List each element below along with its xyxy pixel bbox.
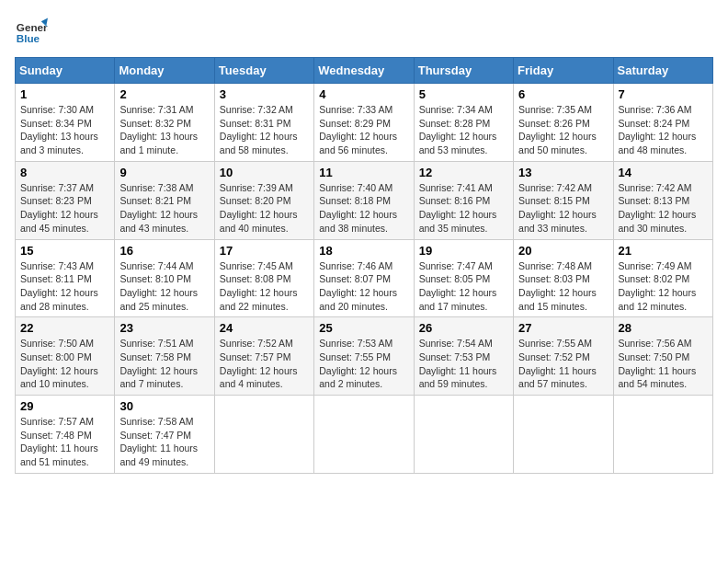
day-number: 14 [619,166,708,179]
calendar-week-row: 15 Sunrise: 7:43 AM Sunset: 8:11 PM Dayl… [16,239,713,317]
calendar-day-cell: 27 Sunrise: 7:55 AM Sunset: 7:52 PM Dayl… [514,317,613,396]
day-number: 15 [20,244,109,258]
day-number: 18 [319,244,408,258]
day-number: 13 [518,166,608,179]
day-info: Sunrise: 7:42 AM Sunset: 8:13 PM Dayligh… [619,181,708,236]
day-info: Sunrise: 7:50 AM Sunset: 8:00 PM Dayligh… [20,337,109,391]
svg-text:Blue: Blue [17,32,40,44]
day-number: 17 [220,244,309,258]
calendar-day-cell: 5 Sunrise: 7:34 AM Sunset: 8:28 PM Dayli… [414,84,513,162]
calendar-day-cell: 6 Sunrise: 7:35 AM Sunset: 8:26 PM Dayli… [514,84,613,162]
calendar-day-cell: 12 Sunrise: 7:41 AM Sunset: 8:16 PM Dayl… [414,161,513,239]
day-number: 26 [419,321,508,335]
day-number: 19 [419,244,508,258]
day-info: Sunrise: 7:56 AM Sunset: 7:50 PM Dayligh… [619,337,708,391]
day-info: Sunrise: 7:43 AM Sunset: 8:11 PM Dayligh… [20,259,109,314]
day-number: 6 [518,87,608,101]
calendar-day-cell: 28 Sunrise: 7:56 AM Sunset: 7:50 PM Dayl… [613,317,712,396]
calendar-day-cell: 8 Sunrise: 7:37 AM Sunset: 8:23 PM Dayli… [16,161,115,239]
day-number: 23 [119,321,209,335]
calendar-day-cell: 22 Sunrise: 7:50 AM Sunset: 8:00 PM Dayl… [16,317,115,396]
day-info: Sunrise: 7:40 AM Sunset: 8:18 PM Dayligh… [319,181,408,236]
calendar-week-row: 22 Sunrise: 7:50 AM Sunset: 8:00 PM Dayl… [16,317,713,396]
day-number: 28 [619,321,708,335]
day-number: 30 [119,399,209,413]
calendar-day-cell: 30 Sunrise: 7:58 AM Sunset: 7:47 PM Dayl… [115,396,214,474]
calendar-day-cell: 1 Sunrise: 7:30 AM Sunset: 8:34 PM Dayli… [16,84,115,162]
weekday-header: Monday [115,58,214,84]
day-info: Sunrise: 7:51 AM Sunset: 7:58 PM Dayligh… [119,337,209,391]
day-info: Sunrise: 7:34 AM Sunset: 8:28 PM Dayligh… [419,103,508,157]
day-info: Sunrise: 7:57 AM Sunset: 7:48 PM Dayligh… [20,415,109,469]
weekday-header: Saturday [613,58,712,84]
calendar-day-cell: 7 Sunrise: 7:36 AM Sunset: 8:24 PM Dayli… [613,84,712,162]
day-number: 12 [419,166,508,179]
day-info: Sunrise: 7:48 AM Sunset: 8:03 PM Dayligh… [518,259,608,314]
day-info: Sunrise: 7:58 AM Sunset: 7:47 PM Dayligh… [119,415,209,469]
calendar-day-cell: 19 Sunrise: 7:47 AM Sunset: 8:05 PM Dayl… [414,239,513,317]
calendar-week-row: 29 Sunrise: 7:57 AM Sunset: 7:48 PM Dayl… [16,396,713,474]
calendar-day-cell: 21 Sunrise: 7:49 AM Sunset: 8:02 PM Dayl… [613,239,712,317]
day-info: Sunrise: 7:45 AM Sunset: 8:08 PM Dayligh… [220,259,309,314]
day-info: Sunrise: 7:33 AM Sunset: 8:29 PM Dayligh… [319,103,408,157]
day-info: Sunrise: 7:30 AM Sunset: 8:34 PM Dayligh… [20,103,109,157]
calendar-week-row: 8 Sunrise: 7:37 AM Sunset: 8:23 PM Dayli… [16,161,713,239]
day-info: Sunrise: 7:37 AM Sunset: 8:23 PM Dayligh… [20,181,109,236]
day-info: Sunrise: 7:44 AM Sunset: 8:10 PM Dayligh… [119,259,209,314]
calendar-day-cell: 3 Sunrise: 7:32 AM Sunset: 8:31 PM Dayli… [214,84,313,162]
day-info: Sunrise: 7:39 AM Sunset: 8:20 PM Dayligh… [220,181,309,236]
weekday-header: Sunday [16,58,115,84]
calendar-day-cell: 23 Sunrise: 7:51 AM Sunset: 7:58 PM Dayl… [115,317,214,396]
calendar-day-cell [414,396,513,474]
day-info: Sunrise: 7:55 AM Sunset: 7:52 PM Dayligh… [518,337,608,391]
calendar-day-cell [214,396,313,474]
day-info: Sunrise: 7:42 AM Sunset: 8:15 PM Dayligh… [518,181,608,236]
calendar-day-cell: 25 Sunrise: 7:53 AM Sunset: 7:55 PM Dayl… [314,317,414,396]
calendar-day-cell [613,396,712,474]
calendar-day-cell: 2 Sunrise: 7:31 AM Sunset: 8:32 PM Dayli… [115,84,214,162]
calendar-day-cell: 13 Sunrise: 7:42 AM Sunset: 8:15 PM Dayl… [514,161,613,239]
day-number: 2 [119,87,209,101]
day-info: Sunrise: 7:41 AM Sunset: 8:16 PM Dayligh… [419,181,508,236]
calendar-day-cell: 20 Sunrise: 7:48 AM Sunset: 8:03 PM Dayl… [514,239,613,317]
calendar-day-cell: 4 Sunrise: 7:33 AM Sunset: 8:29 PM Dayli… [314,84,414,162]
calendar-day-cell: 26 Sunrise: 7:54 AM Sunset: 7:53 PM Dayl… [414,317,513,396]
day-info: Sunrise: 7:52 AM Sunset: 7:57 PM Dayligh… [220,337,309,391]
day-number: 7 [619,87,708,101]
day-number: 3 [220,87,309,101]
calendar-day-cell [514,396,613,474]
day-number: 22 [20,321,109,335]
weekday-header: Friday [514,58,613,84]
day-info: Sunrise: 7:31 AM Sunset: 8:32 PM Dayligh… [119,103,209,157]
day-info: Sunrise: 7:49 AM Sunset: 8:02 PM Dayligh… [619,259,708,314]
calendar-day-cell: 14 Sunrise: 7:42 AM Sunset: 8:13 PM Dayl… [613,161,712,239]
calendar-day-cell: 18 Sunrise: 7:46 AM Sunset: 8:07 PM Dayl… [314,239,414,317]
calendar-day-cell: 17 Sunrise: 7:45 AM Sunset: 8:08 PM Dayl… [214,239,313,317]
day-info: Sunrise: 7:54 AM Sunset: 7:53 PM Dayligh… [419,337,508,391]
day-number: 4 [319,87,408,101]
calendar-header-row: SundayMondayTuesdayWednesdayThursdayFrid… [16,58,713,84]
page-header: General Blue [15,15,713,48]
day-number: 25 [319,321,408,335]
day-number: 1 [20,87,109,101]
day-info: Sunrise: 7:47 AM Sunset: 8:05 PM Dayligh… [419,259,508,314]
day-info: Sunrise: 7:35 AM Sunset: 8:26 PM Dayligh… [518,103,608,157]
day-number: 5 [419,87,508,101]
weekday-header: Thursday [414,58,513,84]
day-info: Sunrise: 7:36 AM Sunset: 8:24 PM Dayligh… [619,103,708,157]
calendar-day-cell: 15 Sunrise: 7:43 AM Sunset: 8:11 PM Dayl… [16,239,115,317]
calendar-day-cell: 11 Sunrise: 7:40 AM Sunset: 8:18 PM Dayl… [314,161,414,239]
day-number: 27 [518,321,608,335]
day-number: 21 [619,244,708,258]
day-number: 24 [220,321,309,335]
calendar-day-cell: 10 Sunrise: 7:39 AM Sunset: 8:20 PM Dayl… [214,161,313,239]
day-number: 9 [119,166,209,179]
weekday-header: Tuesday [214,58,313,84]
day-number: 8 [20,166,109,179]
calendar-day-cell: 16 Sunrise: 7:44 AM Sunset: 8:10 PM Dayl… [115,239,214,317]
calendar-day-cell [314,396,414,474]
day-info: Sunrise: 7:46 AM Sunset: 8:07 PM Dayligh… [319,259,408,314]
calendar-table: SundayMondayTuesdayWednesdayThursdayFrid… [15,57,713,474]
weekday-header: Wednesday [314,58,414,84]
calendar-day-cell: 9 Sunrise: 7:38 AM Sunset: 8:21 PM Dayli… [115,161,214,239]
